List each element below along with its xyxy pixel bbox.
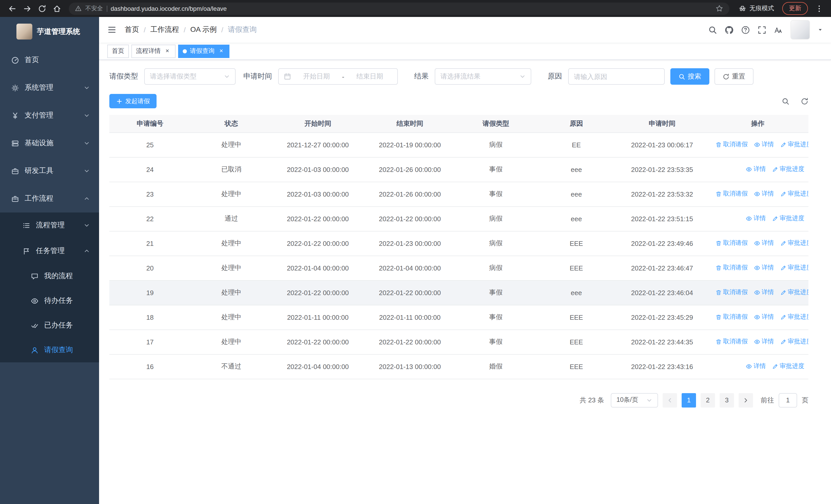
browser-forward-button[interactable]	[20, 2, 34, 16]
cell-end: 2022-01-11 00:00:00	[364, 305, 456, 329]
action-label: 取消请假	[723, 140, 748, 149]
cell-type: 事假	[456, 157, 536, 182]
detail-link[interactable]: 详情	[754, 264, 774, 272]
detail-link[interactable]: 详情	[754, 239, 774, 248]
chevron-down-icon	[224, 73, 230, 80]
cancel-leave-link[interactable]: 取消请假	[715, 264, 748, 272]
breadcrumb-item[interactable]: 工作流程	[150, 25, 179, 34]
sidebar-item-leave-query[interactable]: 请假查询	[0, 338, 99, 362]
create-leave-button[interactable]: 发起请假	[109, 94, 156, 108]
forward-icon	[23, 4, 31, 12]
sidebar-item-done-tasks[interactable]: 已办任务	[0, 313, 99, 338]
cell-applied: 2022-01-23 00:06:17	[617, 132, 707, 157]
content: 请假类型 请选择请假类型 申请时间 开始日期 - 结束日期 结果 请选择流结果	[99, 60, 831, 504]
action-label: 审批进度	[787, 140, 808, 149]
goto-page-input[interactable]	[779, 393, 797, 407]
approval-progress-link[interactable]: 审批进度	[780, 288, 808, 297]
next-page-button[interactable]	[739, 393, 753, 407]
detail-link[interactable]: 详情	[754, 337, 774, 346]
approval-progress-link[interactable]: 审批进度	[780, 264, 808, 272]
approval-progress-link[interactable]: 审批进度	[780, 337, 808, 346]
close-tab-icon[interactable]: ×	[164, 48, 171, 55]
breadcrumb-item[interactable]: OA 示例	[191, 25, 217, 34]
caret-down-icon[interactable]	[818, 27, 823, 32]
address-bar[interactable]: 不安全 dashboard.yudao.iocoder.cn/bpm/oa/le…	[69, 2, 729, 14]
toggle-search-button[interactable]	[782, 97, 790, 105]
detail-link[interactable]: 详情	[754, 140, 774, 149]
leave-type-select[interactable]: 请选择请假类型	[144, 68, 236, 85]
sidebar-item-home[interactable]: 首页	[0, 46, 99, 74]
browser-home-button[interactable]	[50, 2, 64, 16]
cell-no: 24	[109, 157, 191, 182]
sidebar-item-system-mgmt[interactable]: 系统管理	[0, 74, 99, 101]
cancel-leave-link[interactable]: 取消请假	[715, 239, 748, 248]
sidebar-item-todo-tasks[interactable]: 待办任务	[0, 289, 99, 313]
approval-progress-link[interactable]: 审批进度	[780, 140, 808, 149]
search-button[interactable]: 搜索	[670, 68, 709, 85]
date-start-placeholder: 开始日期	[294, 72, 339, 81]
sidebar-item-infrastructure[interactable]: 基础设施	[0, 129, 99, 157]
page-button-3[interactable]: 3	[720, 393, 734, 407]
page-size-select[interactable]: 10条/页	[611, 393, 658, 407]
cell-start: 2022-01-22 00:00:00	[272, 280, 364, 305]
page-button-2[interactable]: 2	[700, 393, 715, 407]
approval-progress-link[interactable]: 审批进度	[772, 165, 804, 174]
sidebar-item-dev-tools[interactable]: 研发工具	[0, 157, 99, 185]
sidebar-item-my-process[interactable]: 我的流程	[0, 264, 99, 289]
approval-progress-link[interactable]: 审批进度	[780, 313, 808, 322]
tab-home[interactable]: 首页	[107, 45, 129, 58]
fullscreen-button[interactable]	[757, 25, 766, 34]
font-size-button[interactable]	[774, 25, 783, 34]
apply-time-range-picker[interactable]: 开始日期 - 结束日期	[278, 68, 398, 85]
sidebar-item-process-mgmt[interactable]: 流程管理	[0, 212, 99, 238]
hamburger-icon[interactable]	[107, 25, 116, 34]
help-button[interactable]	[741, 25, 750, 34]
cancel-leave-link[interactable]: 取消请假	[715, 140, 748, 149]
gear-icon	[11, 84, 19, 92]
approval-progress-link[interactable]: 审批进度	[772, 362, 804, 371]
header-icon-group	[708, 25, 783, 34]
tab-process-detail[interactable]: 流程详情×	[132, 45, 175, 58]
sidebar-item-payment-mgmt[interactable]: 支付管理	[0, 101, 99, 129]
detail-link[interactable]: 详情	[746, 362, 766, 371]
reset-button[interactable]: 重置	[715, 68, 753, 85]
tab-leave-query[interactable]: 请假查询×	[178, 45, 229, 58]
sidebar-item-label: 基础设施	[25, 139, 84, 148]
cancel-leave-link[interactable]: 取消请假	[715, 288, 748, 297]
cell-start: 2022-01-03 00:00:00	[272, 182, 364, 206]
browser-back-button[interactable]	[5, 2, 19, 16]
github-button[interactable]	[725, 25, 734, 34]
close-tab-icon[interactable]: ×	[218, 48, 225, 55]
bookmark-star-icon[interactable]	[716, 5, 723, 12]
cancel-leave-link[interactable]: 取消请假	[715, 313, 748, 322]
reason-input[interactable]	[568, 68, 665, 85]
cancel-leave-link[interactable]: 取消请假	[715, 190, 748, 198]
prev-page-button[interactable]	[663, 393, 677, 407]
cell-applied: 2022-01-22 23:53:35	[617, 157, 707, 182]
approval-progress-link[interactable]: 审批进度	[772, 214, 804, 223]
sidebar-item-task-mgmt[interactable]: 任务管理	[0, 238, 99, 264]
browser-reload-button[interactable]	[35, 2, 49, 16]
sidebar-item-workflow[interactable]: 工作流程	[0, 185, 99, 212]
detail-link[interactable]: 详情	[754, 313, 774, 322]
detail-link[interactable]: 详情	[754, 190, 774, 198]
back-icon	[8, 4, 16, 12]
eye-icon	[754, 290, 760, 296]
detail-link[interactable]: 详情	[746, 214, 766, 223]
approval-progress-link[interactable]: 审批进度	[780, 190, 808, 198]
approval-progress-link[interactable]: 审批进度	[780, 239, 808, 248]
leave-table: 申请编号状态开始时间结束时间请假类型原因申请时间操作 25处理中2021-12-…	[109, 115, 808, 379]
avatar[interactable]	[791, 20, 810, 39]
result-select[interactable]: 请选择流结果	[435, 68, 531, 85]
edit-icon	[772, 215, 778, 222]
refresh-table-button[interactable]	[801, 97, 808, 105]
cancel-leave-link[interactable]: 取消请假	[715, 337, 748, 346]
browser-update-button[interactable]: 更新	[782, 2, 808, 15]
header-search-button[interactable]	[708, 25, 717, 34]
table-row: 19处理中2022-01-22 00:00:002022-01-22 00:00…	[109, 280, 808, 305]
detail-link[interactable]: 详情	[746, 165, 766, 174]
detail-link[interactable]: 详情	[754, 288, 774, 297]
browser-menu-button[interactable]	[812, 2, 826, 16]
page-button-1[interactable]: 1	[682, 393, 696, 407]
breadcrumb-item[interactable]: 首页	[125, 25, 139, 34]
